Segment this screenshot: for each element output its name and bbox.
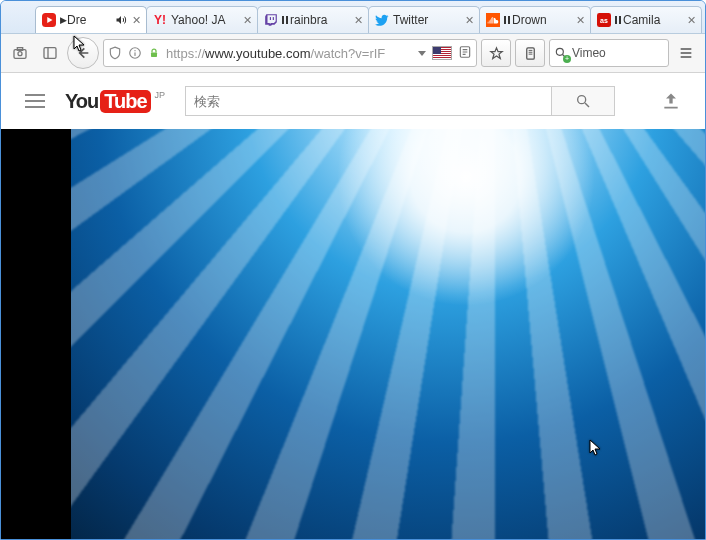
browser-window: ▶ Dre ✕ Y! Yahoo! JA ✕ rainbra ✕ Twitter (0, 0, 706, 540)
tab-strip: ▶ Dre ✕ Y! Yahoo! JA ✕ rainbra ✕ Twitter (1, 1, 705, 34)
bookmark-star-button[interactable] (481, 39, 511, 67)
url-text: https://www.youtube.com/watch?v=rIF (166, 46, 412, 61)
tab-yahoo[interactable]: Y! Yahoo! JA ✕ (146, 6, 258, 33)
tab-close-icon[interactable]: ✕ (685, 14, 697, 26)
audio-indicator-icon[interactable] (114, 13, 128, 27)
youtube-search (185, 86, 615, 116)
svg-rect-9 (44, 48, 56, 59)
pocket-button[interactable] (515, 39, 545, 67)
lock-icon[interactable] (148, 47, 160, 59)
tab-close-icon[interactable]: ✕ (241, 14, 253, 26)
tab-title: rainbra (290, 13, 350, 27)
svg-point-28 (578, 96, 586, 104)
logo-region: JP (155, 90, 166, 100)
sidebar-toggle-button[interactable] (37, 40, 63, 66)
logo-text-tube: Tube (100, 90, 150, 113)
tab-title: Drown (512, 13, 572, 27)
tab-title: Camila (623, 13, 683, 27)
tab-title: Twitter (393, 13, 461, 27)
search-engine-icon[interactable]: + (554, 46, 568, 60)
tab-lastfm[interactable]: as Camila ✕ (590, 6, 702, 33)
yahoo-favicon-icon: Y! (153, 13, 167, 27)
twitch-favicon-icon (264, 13, 278, 27)
video-player-area[interactable] (1, 129, 705, 540)
search-icon (575, 93, 591, 109)
svg-point-12 (134, 50, 135, 51)
upload-button[interactable] (661, 91, 681, 111)
play-indicator-icon: ▶ (60, 15, 67, 25)
youtube-search-button[interactable] (551, 86, 615, 116)
youtube-header: You Tube JP (1, 73, 705, 129)
svg-text:as: as (600, 17, 608, 24)
youtube-logo[interactable]: You Tube JP (65, 90, 165, 113)
page-content: You Tube JP (1, 73, 705, 540)
search-box[interactable]: + Vimeo (549, 39, 669, 67)
tab-close-icon[interactable]: ✕ (352, 14, 364, 26)
video-frame[interactable] (71, 129, 705, 540)
back-button[interactable] (67, 37, 99, 69)
tab-twitch[interactable]: rainbra ✕ (257, 6, 369, 33)
svg-rect-2 (273, 17, 274, 20)
youtube-favicon-icon (42, 13, 56, 27)
video-letterbox-left (1, 129, 71, 540)
url-path: /watch?v=rIF (311, 46, 386, 61)
screenshot-button[interactable] (7, 40, 33, 66)
country-flag-icon[interactable] (432, 46, 452, 60)
pause-indicator-icon (282, 16, 290, 24)
urlbar-right-icons (418, 45, 472, 62)
url-host: www.youtube.com (205, 46, 311, 61)
url-prefix: https:// (166, 46, 205, 61)
tab-close-icon[interactable]: ✕ (130, 14, 142, 26)
logo-text-you: You (65, 90, 98, 113)
tracking-protection-icon[interactable] (108, 46, 122, 60)
reader-mode-icon[interactable] (458, 45, 472, 62)
hamburger-menu-button[interactable] (673, 40, 699, 66)
tab-close-icon[interactable]: ✕ (463, 14, 475, 26)
tab-title: Yahoo! JA (171, 13, 239, 27)
site-info-icon[interactable] (128, 46, 142, 60)
twitter-favicon-icon (375, 13, 389, 27)
navigation-toolbar: https://www.youtube.com/watch?v=rIF + Vi… (1, 34, 705, 73)
svg-rect-19 (526, 47, 534, 58)
svg-rect-1 (270, 17, 271, 20)
search-engine-name: Vimeo (572, 46, 606, 60)
svg-rect-14 (151, 53, 157, 58)
lastfm-favicon-icon: as (597, 13, 611, 27)
youtube-menu-button[interactable] (25, 94, 45, 108)
pause-indicator-icon (615, 16, 623, 24)
tab-youtube[interactable]: ▶ Dre ✕ (35, 6, 147, 33)
tab-twitter[interactable]: Twitter ✕ (368, 6, 480, 33)
svg-point-7 (18, 52, 22, 56)
pause-indicator-icon (504, 16, 512, 24)
svg-point-23 (556, 48, 563, 55)
soundcloud-favicon-icon (486, 13, 500, 27)
svg-line-29 (585, 103, 589, 107)
history-dropdown-icon[interactable] (418, 51, 426, 56)
youtube-search-input[interactable] (185, 86, 551, 116)
url-bar[interactable]: https://www.youtube.com/watch?v=rIF (103, 39, 477, 67)
tab-close-icon[interactable]: ✕ (574, 14, 586, 26)
tab-title: Dre (67, 13, 112, 27)
svg-rect-13 (134, 52, 135, 56)
tab-soundcloud[interactable]: Drown ✕ (479, 6, 591, 33)
